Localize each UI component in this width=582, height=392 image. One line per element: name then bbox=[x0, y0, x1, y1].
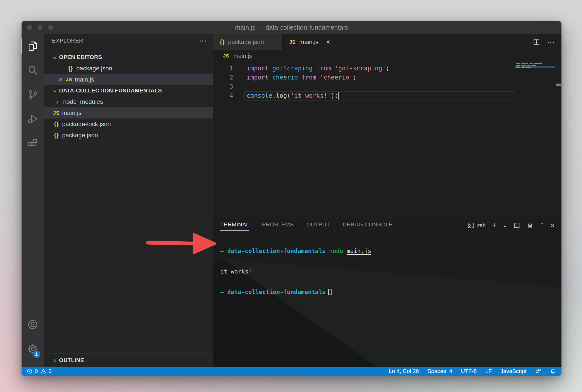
account-icon[interactable] bbox=[22, 312, 44, 337]
tab-problems[interactable]: PROBLEMS bbox=[262, 221, 294, 231]
json-file-icon: {} bbox=[52, 121, 61, 128]
notifications-bell-icon[interactable] bbox=[550, 368, 556, 374]
tree-item-package-lock-json[interactable]: {} package-lock.json bbox=[44, 119, 213, 130]
minimap[interactable] bbox=[515, 63, 555, 93]
split-editor-icon[interactable] bbox=[533, 38, 540, 46]
editor-tabs-bar: {} package.json JS main.js × ⋯ bbox=[213, 34, 561, 50]
open-editor-label: main.js bbox=[75, 76, 94, 83]
explorer-tree: ⌄ OPEN EDITORS {} package.json × JS main… bbox=[44, 52, 213, 141]
chevron-right-icon: › bbox=[51, 357, 58, 364]
terminal-panel: TERMINAL PROBLEMS OUTPUT DEBUG CONSOLE z… bbox=[213, 219, 561, 367]
tab-terminal[interactable]: TERMINAL bbox=[220, 221, 249, 231]
panel-actions: zsh + ⌄ ⌃ × bbox=[467, 222, 554, 231]
tab-debug-console[interactable]: DEBUG CONSOLE bbox=[343, 221, 393, 231]
language-mode-status[interactable]: JavaScript bbox=[500, 368, 526, 375]
cursor-position-status[interactable]: Ln 4, Col 26 bbox=[389, 368, 419, 375]
feedback-icon[interactable] bbox=[535, 368, 541, 374]
warning-count: 0 bbox=[48, 368, 51, 375]
js-file-icon: JS bbox=[222, 53, 230, 59]
error-count: 0 bbox=[35, 368, 38, 375]
split-terminal-icon[interactable] bbox=[513, 222, 520, 229]
settings-gear-icon[interactable]: 1 bbox=[22, 337, 44, 361]
explorer-more-actions-icon[interactable]: ⋯ bbox=[199, 37, 207, 45]
indentation-status[interactable]: Spaces: 4 bbox=[427, 368, 452, 375]
shell-selector[interactable]: zsh bbox=[467, 222, 486, 229]
kill-terminal-trash-icon[interactable] bbox=[526, 222, 534, 229]
panel-header: TERMINAL PROBLEMS OUTPUT DEBUG CONSOLE z… bbox=[213, 219, 561, 231]
tree-item-label: main.js bbox=[62, 109, 81, 116]
sidebar-title: EXPLORER bbox=[52, 37, 83, 44]
open-editor-package-json[interactable]: {} package.json bbox=[44, 63, 213, 74]
zoom-window-button[interactable] bbox=[48, 25, 53, 30]
eol-status[interactable]: LF bbox=[485, 368, 492, 375]
window-title: main.js — data-collection-fundamentals bbox=[235, 24, 348, 31]
json-file-icon: {} bbox=[220, 38, 225, 46]
open-editor-main-js[interactable]: × JS main.js bbox=[44, 74, 213, 85]
code-line: 1 import gotScraping from 'got-scraping'… bbox=[213, 64, 561, 73]
tree-item-node-modules[interactable]: › node_modules bbox=[44, 96, 213, 107]
tab-label: package.json bbox=[228, 38, 264, 46]
tab-main-js[interactable]: JS main.js × bbox=[283, 34, 344, 50]
terminal-output[interactable]: → data-collection-fundamentals node main… bbox=[213, 231, 561, 309]
section-label: OPEN EDITORS bbox=[59, 54, 102, 61]
line-number: 3 bbox=[213, 82, 244, 91]
sidebar-header: EXPLORER ⋯ bbox=[44, 34, 213, 48]
section-outline[interactable]: › OUTLINE bbox=[44, 354, 213, 367]
section-label: DATA-COLLECTION-FUNDAMENTALS bbox=[59, 87, 162, 94]
code-line: 4 console.log('it works!'); bbox=[213, 91, 561, 100]
code-editor[interactable]: 1 import gotScraping from 'got-scraping'… bbox=[213, 62, 561, 219]
settings-badge: 1 bbox=[33, 350, 40, 358]
tab-output[interactable]: OUTPUT bbox=[306, 221, 330, 231]
extensions-icon[interactable] bbox=[22, 131, 44, 155]
section-label: OUTLINE bbox=[59, 357, 84, 364]
maximize-panel-icon[interactable]: ⌃ bbox=[540, 223, 544, 228]
warnings-status[interactable]: 0 bbox=[40, 368, 51, 375]
activity-bar-spacer bbox=[22, 155, 44, 312]
json-file-icon: {} bbox=[52, 132, 61, 139]
encoding-status[interactable]: UTF-8 bbox=[461, 368, 477, 375]
terminal-cursor bbox=[328, 289, 332, 295]
tab-package-json[interactable]: {} package.json bbox=[213, 34, 283, 50]
overview-cursor-marker bbox=[556, 84, 561, 86]
js-file-icon: JS bbox=[289, 39, 296, 45]
terminal-line: → data-collection-fundamentals node main… bbox=[220, 248, 561, 254]
vscode-window: main.js — data-collection-fundamentals bbox=[22, 21, 561, 376]
editor-actions: ⋯ bbox=[533, 34, 561, 50]
activity-bar: 1 bbox=[22, 34, 44, 367]
chevron-down-icon: ⌄ bbox=[51, 87, 58, 93]
desktop: { "window": { "title": "main.js — data-c… bbox=[0, 0, 582, 392]
more-actions-icon[interactable]: ⋯ bbox=[547, 38, 555, 46]
traffic-lights bbox=[27, 21, 53, 34]
close-editor-icon[interactable]: × bbox=[57, 76, 65, 83]
close-panel-icon[interactable]: × bbox=[551, 222, 554, 229]
tree-item-package-json[interactable]: {} package.json bbox=[44, 130, 213, 141]
errors-status[interactable]: 0 bbox=[27, 368, 38, 375]
section-folder-root[interactable]: ⌄ DATA-COLLECTION-FUNDAMENTALS bbox=[44, 85, 213, 96]
tree-item-label: package-lock.json bbox=[62, 121, 111, 128]
section-open-editors[interactable]: ⌄ OPEN EDITORS bbox=[44, 52, 213, 63]
close-window-button[interactable] bbox=[27, 25, 32, 30]
close-tab-icon[interactable]: × bbox=[326, 38, 330, 46]
breadcrumb[interactable]: JS main.js bbox=[213, 50, 561, 62]
overview-ruler[interactable] bbox=[555, 62, 561, 219]
tree-item-label: package.json bbox=[62, 132, 98, 139]
tree-item-main-js[interactable]: JS main.js bbox=[44, 107, 213, 119]
minimize-window-button[interactable] bbox=[38, 25, 43, 30]
chevron-right-icon: › bbox=[53, 98, 62, 106]
terminal-line: it works! bbox=[220, 268, 561, 275]
explorer-icon[interactable] bbox=[22, 34, 44, 58]
title-bar: main.js — data-collection-fundamentals bbox=[22, 21, 561, 34]
line-number: 4 bbox=[213, 91, 244, 100]
terminal-dropdown-icon[interactable]: ⌄ bbox=[503, 223, 507, 228]
new-terminal-icon[interactable]: + bbox=[492, 222, 497, 229]
search-icon[interactable] bbox=[22, 58, 44, 83]
run-debug-icon[interactable] bbox=[22, 107, 44, 131]
breadcrumb-label: main.js bbox=[233, 53, 252, 60]
warning-icon bbox=[40, 368, 46, 374]
problems-status[interactable]: 0 0 bbox=[22, 368, 52, 375]
source-control-icon[interactable] bbox=[22, 83, 44, 107]
line-number: 2 bbox=[213, 73, 244, 82]
tree-item-label: node_modules bbox=[63, 98, 103, 105]
tab-label: main.js bbox=[299, 38, 318, 46]
error-icon bbox=[27, 368, 33, 374]
